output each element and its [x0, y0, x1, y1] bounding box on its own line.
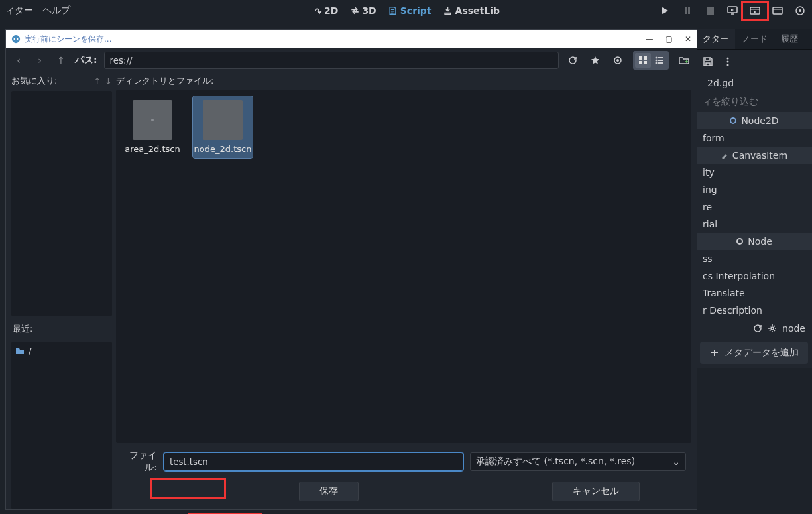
- file-item-node2d[interactable]: node_2d.tscn: [193, 96, 253, 158]
- svg-rect-28: [658, 62, 663, 64]
- add-metadata-button[interactable]: メタデータを追加: [700, 342, 808, 364]
- svg-point-8: [727, 58, 729, 60]
- svg-point-29: [151, 119, 154, 121]
- svg-point-25: [656, 60, 658, 62]
- play-scene-button[interactable]: [748, 4, 762, 17]
- svg-rect-2: [707, 7, 714, 15]
- close-button[interactable]: ✕: [685, 34, 691, 44]
- section-canvasitem[interactable]: CanvasItem: [696, 147, 812, 164]
- minimize-button[interactable]: —: [646, 34, 654, 44]
- script-icon: [388, 6, 398, 15]
- folder-icon: [15, 346, 25, 355]
- view-script-button[interactable]: Script: [388, 5, 432, 16]
- refresh-button[interactable]: [565, 53, 580, 68]
- view-2d-button[interactable]: 2D: [312, 5, 338, 16]
- node-icon: [736, 237, 744, 245]
- svg-rect-21: [639, 61, 642, 64]
- path-label: パス:: [75, 54, 97, 66]
- cancel-button[interactable]: キャンセル: [552, 482, 640, 501]
- inspector-filter-input[interactable]: ィを絞り込む: [696, 92, 812, 112]
- inspector-panel: クター ノード 履歴 _2d.gd ィを絞り込む Node2D form Can…: [696, 29, 812, 368]
- inspector-file[interactable]: _2d.gd: [696, 74, 812, 92]
- section-node[interactable]: Node: [696, 233, 812, 250]
- view-list-button[interactable]: [651, 53, 667, 68]
- row-visibility[interactable]: ity: [696, 164, 812, 181]
- row-editor-description[interactable]: r Description: [696, 302, 812, 319]
- new-folder-button[interactable]: [677, 53, 691, 68]
- row-ordering[interactable]: ing: [696, 181, 812, 198]
- filter-select[interactable]: 承認済みすべて (*.tscn, *.scn, *.res) ⌄: [470, 452, 686, 471]
- view-assetlib-button[interactable]: AssetLib: [443, 5, 500, 16]
- view-mode-toggle: [633, 51, 669, 70]
- menu-help[interactable]: ヘルプ: [42, 5, 70, 17]
- tab-node[interactable]: ノード: [735, 29, 774, 49]
- recent-item-root[interactable]: /: [15, 346, 108, 356]
- play-button[interactable]: [658, 4, 671, 17]
- top-toolbar: ィター ヘルプ 2D 3D Script AssetLib: [0, 0, 812, 21]
- fav-down-icon[interactable]: ↓: [105, 76, 112, 86]
- view-switcher: 2D 3D Script AssetLib: [312, 5, 500, 16]
- svg-rect-26: [658, 60, 663, 61]
- row-texture[interactable]: re: [696, 198, 812, 216]
- remote-debug-button[interactable]: [726, 4, 739, 17]
- tab-inspector[interactable]: クター: [696, 29, 735, 49]
- row-transform[interactable]: form: [696, 129, 812, 147]
- file-thumb: [133, 100, 172, 140]
- svg-rect-19: [639, 56, 642, 60]
- filename-label: ファイル:: [121, 450, 157, 474]
- svg-rect-5: [773, 7, 782, 14]
- reload-icon[interactable]: [753, 324, 762, 333]
- canvasitem-icon: [721, 151, 728, 159]
- favorite-button[interactable]: [588, 53, 603, 68]
- svg-point-11: [730, 118, 736, 123]
- view-3d-button[interactable]: 3D: [350, 5, 376, 16]
- row-physics-interpolation[interactable]: cs Interpolation: [696, 267, 812, 285]
- stop-button[interactable]: [703, 4, 717, 17]
- view-grid-button[interactable]: [635, 53, 651, 68]
- save-icon[interactable]: [703, 56, 713, 67]
- file-item-area2d[interactable]: area_2d.tscn: [123, 96, 182, 158]
- path-input[interactable]: [104, 52, 559, 69]
- svg-point-18: [616, 59, 619, 62]
- nav-forward-button[interactable]: ›: [32, 53, 47, 68]
- dialog-titlebar: 実行前にシーンを保存... — ▢ ✕: [6, 30, 697, 48]
- file-grid: area_2d.tscn node_2d.tscn: [116, 90, 691, 443]
- download-icon: [443, 6, 453, 15]
- more-icon[interactable]: [723, 56, 733, 67]
- menu-editor[interactable]: ィター: [5, 5, 33, 17]
- svg-point-27: [656, 62, 658, 64]
- filename-input[interactable]: [164, 452, 463, 471]
- section-node2d[interactable]: Node2D: [696, 112, 812, 129]
- recent-panel: /: [11, 342, 112, 509]
- redo-icon: [312, 6, 321, 15]
- svg-rect-4: [750, 7, 760, 14]
- dialog-title: 実行前にシーンを保存...: [25, 34, 111, 45]
- svg-point-9: [727, 61, 729, 63]
- svg-point-15: [14, 38, 16, 40]
- directory-label: ディレクトリとファイル:: [116, 75, 691, 87]
- row-process[interactable]: ss: [696, 250, 812, 267]
- svg-rect-0: [685, 7, 687, 14]
- nav-back-button[interactable]: ‹: [11, 53, 26, 68]
- movie-maker-button[interactable]: [793, 4, 807, 17]
- nav-up-button[interactable]: ↑: [54, 53, 68, 68]
- play-custom-button[interactable]: [771, 4, 784, 17]
- dialog-nav: ‹ › ↑ パス:: [6, 48, 697, 72]
- favorites-panel: [11, 91, 112, 316]
- pause-button[interactable]: [681, 4, 694, 17]
- godot-icon: [11, 34, 21, 44]
- save-button[interactable]: 保存: [299, 482, 359, 501]
- maximize-button[interactable]: ▢: [666, 34, 673, 44]
- svg-point-23: [656, 57, 658, 59]
- row-auto-translate[interactable]: Translate: [696, 285, 812, 302]
- svg-point-16: [17, 38, 19, 40]
- svg-rect-22: [644, 61, 647, 64]
- tab-history[interactable]: 履歴: [774, 29, 805, 49]
- fav-up-icon[interactable]: ↑: [93, 76, 101, 86]
- svg-point-13: [771, 327, 774, 330]
- gear-icon[interactable]: [768, 324, 777, 333]
- svg-point-12: [737, 239, 742, 244]
- svg-point-14: [12, 35, 20, 43]
- row-material[interactable]: rial: [696, 216, 812, 233]
- visibility-button[interactable]: [610, 53, 625, 68]
